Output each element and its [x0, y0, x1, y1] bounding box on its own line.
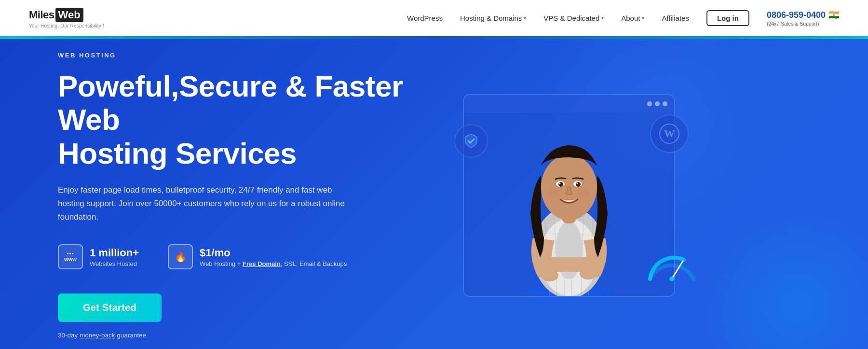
phone-subtitle: (24x7 Sales & Support)	[767, 21, 819, 27]
login-button[interactable]: Log in	[706, 10, 749, 26]
logo-web: Web	[55, 8, 83, 22]
phone-area: 0806-959-0400 🇮🇳 (24x7 Sales & Support)	[767, 10, 839, 27]
hero-content: WEB HOSTING Poweful,Secure & Faster Web …	[58, 52, 453, 339]
logo-tagline: Your Hosting, Our Responsibility !	[29, 23, 104, 28]
percent-fire-icon: 🔥	[175, 251, 187, 263]
hero-section: WEB HOSTING Poweful,Secure & Faster Web …	[0, 39, 868, 349]
nav-affiliates[interactable]: Affiliates	[662, 14, 689, 22]
shield-security-icon	[454, 124, 488, 158]
svg-point-3	[669, 277, 674, 281]
browser-dot-3	[663, 101, 667, 106]
stat-price-text: $1/mo Web Hosting + Free Domain, SSL, Em…	[200, 247, 347, 267]
stat-www-icon-box: ●●● www	[58, 244, 83, 269]
wordpress-logo-icon: W	[650, 114, 689, 153]
svg-point-20	[541, 270, 558, 281]
nav-wordpress[interactable]: WordPress	[407, 14, 443, 22]
hero-description: Enjoy faster page load times, bulletproo…	[58, 183, 357, 224]
stat-price-main: $1/mo	[200, 247, 347, 259]
browser-dot-1	[647, 101, 652, 106]
stat-price: 🔥 $1/mo Web Hosting + Free Domain, SSL, …	[168, 244, 347, 269]
browser-dot-2	[655, 101, 660, 106]
browser-mockup: W	[463, 94, 675, 297]
chevron-down-icon: ▾	[524, 15, 526, 21]
svg-point-31	[577, 183, 578, 184]
logo-box: MilesWeb	[29, 8, 83, 22]
bg-orb-2	[699, 207, 868, 349]
speedometer-icon	[645, 248, 693, 277]
stat-websites-text: 1 million+ Websites Hosted	[90, 247, 139, 267]
logo-miles: Miles	[29, 9, 54, 21]
chevron-down-icon: ▾	[601, 15, 604, 21]
logo-area[interactable]: MilesWeb Your Hosting, Our Responsibilit…	[29, 8, 104, 28]
chevron-down-icon: ▾	[642, 15, 644, 21]
main-nav: WordPress Hosting & Domains ▾ VPS & Dedi…	[407, 10, 839, 27]
hero-person-image	[497, 103, 641, 296]
stat-price-sub: Web Hosting + Free Domain, SSL, Email & …	[200, 260, 347, 267]
www-icon: ●●● www	[64, 251, 77, 262]
svg-point-21	[580, 268, 597, 279]
nav-about[interactable]: About ▾	[621, 14, 644, 22]
svg-point-28	[558, 182, 563, 187]
svg-point-29	[576, 182, 581, 187]
svg-text:W: W	[664, 127, 675, 140]
stat-websites-sub: Websites Hosted	[90, 260, 139, 267]
nav-hosting-domains[interactable]: Hosting & Domains ▾	[460, 14, 526, 22]
hero-stats: ●●● www 1 million+ Websites Hosted 🔥 $1/…	[58, 244, 453, 269]
india-flag-icon: 🇮🇳	[828, 10, 839, 20]
svg-point-33	[579, 190, 590, 197]
hero-image-area: W	[453, 94, 685, 297]
get-started-button[interactable]: Get Started	[58, 293, 162, 322]
svg-point-30	[559, 183, 561, 184]
header: MilesWeb Your Hosting, Our Responsibilit…	[0, 0, 868, 36]
svg-point-32	[548, 190, 559, 197]
phone-number[interactable]: 0806-959-0400 🇮🇳	[767, 10, 839, 20]
hero-title: Poweful,Secure & Faster Web Hosting Serv…	[58, 70, 453, 170]
stat-percent-icon-box: 🔥	[168, 244, 193, 269]
stat-websites-main: 1 million+	[90, 247, 139, 259]
hero-label: WEB HOSTING	[58, 52, 453, 59]
hero-cta-area: Get Started 30-day money-back guarantee	[58, 293, 453, 339]
stat-websites: ●●● www 1 million+ Websites Hosted	[58, 244, 139, 269]
nav-vps-dedicated[interactable]: VPS & Dedicated ▾	[543, 14, 604, 22]
guarantee-text: 30-day money-back guarantee	[58, 332, 146, 339]
